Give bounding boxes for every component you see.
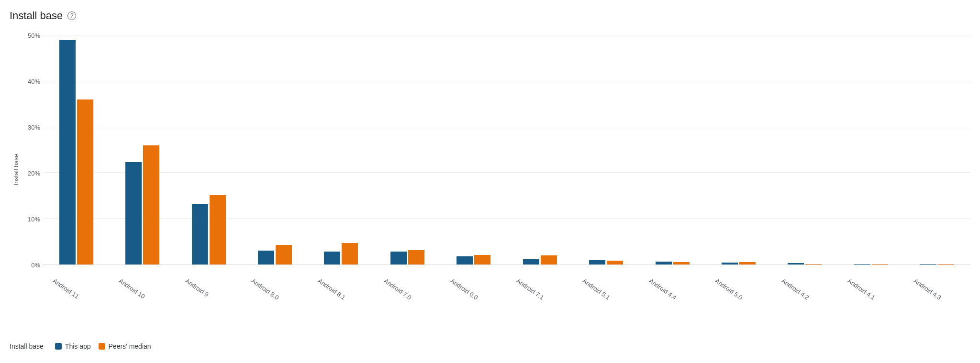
- x-label: Android 9: [171, 268, 230, 312]
- bar-this-app[interactable]: [788, 263, 804, 264]
- bar-groups: [43, 35, 970, 264]
- legend-title: Install base: [10, 342, 44, 350]
- x-label: Android 7.1: [502, 268, 561, 312]
- bar-peers-median[interactable]: [607, 261, 623, 264]
- bar-peers-median[interactable]: [474, 255, 490, 264]
- y-tick: 0%: [31, 262, 40, 269]
- y-axis-ticks: 0%10%20%30%40%50%: [23, 35, 43, 265]
- bar-this-app[interactable]: [125, 162, 142, 264]
- bar-group: [639, 35, 705, 264]
- bar-group: [242, 35, 308, 264]
- x-label: Android 4.2: [768, 268, 826, 312]
- y-tick: 50%: [28, 32, 40, 39]
- bar-group: [109, 35, 175, 264]
- chart: Install base 0%10%20%30%40%50% Android 1…: [10, 35, 970, 303]
- bar-group: [308, 35, 374, 264]
- x-label: Android 4.4: [635, 268, 693, 312]
- x-label: Android 4.3: [900, 268, 958, 312]
- bar-this-app[interactable]: [258, 251, 274, 264]
- plot-area: Android 11Android 10Android 9Android 8.0…: [43, 35, 970, 265]
- x-label: Android 5.0: [702, 268, 760, 312]
- legend-item-peers-median[interactable]: Peers' median: [99, 342, 151, 350]
- x-label: Android 10: [105, 268, 164, 312]
- x-label: Android 11: [39, 268, 97, 312]
- x-label: Android 5.1: [569, 268, 627, 312]
- bar-group: [43, 35, 109, 264]
- bar-peers-median[interactable]: [805, 264, 822, 264]
- legend-label: This app: [65, 342, 91, 350]
- bar-this-app[interactable]: [390, 252, 407, 264]
- x-label: Android 7.0: [370, 268, 429, 312]
- chart-header: Install base ?: [10, 10, 970, 22]
- bar-group: [904, 35, 970, 264]
- legend-label: Peers' median: [109, 342, 151, 350]
- bar-group: [441, 35, 507, 264]
- bar-group: [374, 35, 440, 264]
- bar-group: [507, 35, 573, 264]
- bar-group: [838, 35, 904, 264]
- y-tick: 10%: [28, 216, 40, 223]
- bar-peers-median[interactable]: [541, 255, 557, 264]
- bar-peers-median[interactable]: [739, 262, 756, 264]
- bar-this-app[interactable]: [722, 263, 738, 264]
- y-tick: 40%: [28, 78, 40, 85]
- bar-this-app[interactable]: [523, 259, 539, 264]
- swatch-this-app: [55, 343, 62, 350]
- legend-item-this-app[interactable]: This app: [55, 342, 91, 350]
- bar-this-app[interactable]: [589, 260, 605, 264]
- bar-this-app[interactable]: [854, 264, 870, 264]
- bar-group: [176, 35, 242, 264]
- bar-peers-median[interactable]: [276, 245, 292, 264]
- bar-this-app[interactable]: [656, 262, 672, 264]
- bar-peers-median[interactable]: [938, 264, 954, 264]
- bar-this-app[interactable]: [324, 252, 340, 264]
- x-label: Android 8.1: [304, 268, 362, 312]
- y-tick: 20%: [28, 170, 40, 177]
- help-icon[interactable]: ?: [67, 11, 76, 20]
- legend: Install base This app Peers' median: [10, 342, 970, 350]
- bar-peers-median[interactable]: [408, 250, 424, 264]
- bar-peers-median[interactable]: [210, 195, 226, 264]
- bar-peers-median[interactable]: [342, 243, 358, 264]
- y-tick: 30%: [28, 124, 40, 131]
- bar-this-app[interactable]: [59, 40, 76, 264]
- x-axis-labels: Android 11Android 10Android 9Android 8.0…: [43, 268, 970, 275]
- swatch-peers-median: [99, 343, 105, 350]
- bar-peers-median[interactable]: [143, 145, 159, 264]
- chart-title: Install base: [10, 10, 63, 22]
- x-label: Android 4.1: [834, 268, 892, 312]
- x-label: Android 8.0: [238, 268, 296, 312]
- y-axis-label: Install base: [10, 35, 23, 303]
- bar-peers-median[interactable]: [673, 262, 690, 264]
- bar-group: [705, 35, 771, 264]
- bar-this-app[interactable]: [920, 264, 936, 264]
- bar-group: [772, 35, 838, 264]
- bar-peers-median[interactable]: [77, 99, 93, 264]
- bar-peers-median[interactable]: [872, 264, 888, 264]
- bar-this-app[interactable]: [457, 256, 473, 264]
- bar-group: [573, 35, 639, 264]
- bar-this-app[interactable]: [192, 204, 208, 264]
- x-label: Android 6.0: [436, 268, 495, 312]
